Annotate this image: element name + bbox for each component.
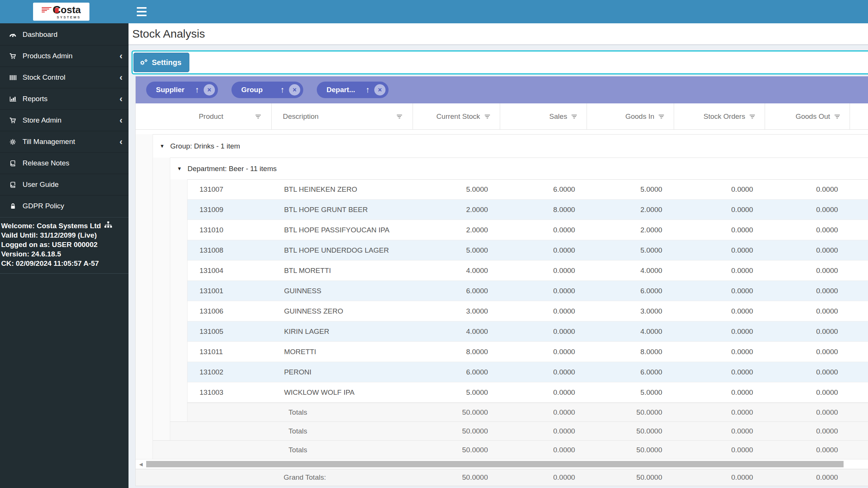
- value-cell: 5.0000: [587, 240, 674, 260]
- table-row[interactable]: 131006GUINNESS ZERO3.00000.00003.00000.0…: [188, 301, 868, 321]
- grand-totals-label: Grand Totals:: [272, 469, 413, 486]
- welcome-line-2: Vaild Until: 31/12/2099 (Live): [1, 230, 127, 240]
- lock-icon: [8, 203, 18, 209]
- filter-icon[interactable]: [659, 115, 664, 118]
- extra-cell: [850, 261, 868, 280]
- value-cell: 5.0000: [413, 240, 500, 260]
- table-row[interactable]: 131004BTL MORETTI4.00000.00004.00000.000…: [188, 261, 868, 281]
- indent-stripe-2: [153, 134, 170, 459]
- cart-icon: [8, 117, 18, 124]
- extra-cell: [850, 180, 868, 199]
- product-cell: 131001: [188, 281, 272, 301]
- totals-value-cell: 50.0000: [587, 422, 674, 440]
- extra-cell: [850, 301, 868, 321]
- chip-label: Group: [241, 86, 271, 94]
- filter-icon[interactable]: [835, 115, 840, 118]
- value-cell: 0.0000: [674, 261, 765, 280]
- column-header-goods-in[interactable]: Goods In: [587, 103, 674, 129]
- settings-button-label: Settings: [152, 58, 181, 67]
- title-row: Stock Analysis: [129, 23, 868, 45]
- totals-label: Totals: [272, 422, 413, 440]
- table-row[interactable]: 131010BTL HOPE PASSIFYOUCAN IPA2.00000.0…: [188, 220, 868, 240]
- sidebar-item-label: Store Admin: [23, 116, 119, 124]
- sidebar-logo-strip: C osta SYSTEMS: [0, 0, 129, 23]
- logo-wordmark: osta: [61, 5, 81, 15]
- sidebar-item-products-admin[interactable]: Products Admin‹: [0, 45, 129, 67]
- sort-arrow-up-icon[interactable]: ↑: [195, 85, 199, 95]
- filter-icon[interactable]: [572, 115, 577, 118]
- sort-arrow-up-icon[interactable]: ↑: [280, 85, 284, 95]
- description-cell: BTL HOPE UNDERDOG LAGER: [272, 240, 413, 260]
- topbar: [129, 0, 868, 23]
- chip-close-icon[interactable]: ×: [204, 84, 215, 95]
- value-cell: 4.0000: [587, 261, 674, 280]
- collapse-arrow-icon[interactable]: ▼: [170, 166, 188, 171]
- totals-value-cell: 0.0000: [674, 422, 765, 440]
- sidebar-item-stock-control[interactable]: Stock Control‹: [0, 67, 129, 88]
- filter-icon[interactable]: [485, 115, 490, 118]
- description-cell: BTL HOPE GRUNT BEER: [272, 200, 413, 220]
- sidebar-item-till-management[interactable]: Till Management‹: [0, 131, 129, 153]
- product-cell: 131005: [188, 321, 272, 341]
- sort-arrow-up-icon[interactable]: ↑: [366, 85, 370, 95]
- column-header-current-stock[interactable]: Current Stock: [413, 103, 500, 129]
- scrollbar-thumb[interactable]: [146, 461, 844, 467]
- chart-icon: [8, 96, 18, 102]
- hamburger-icon[interactable]: [137, 7, 148, 16]
- grid-body: ▼ Group: Drinks - 1 item ▼ Department: B…: [136, 130, 868, 459]
- description-cell: KIRIN LAGER: [272, 321, 413, 341]
- groupby-chip-depart-[interactable]: Depart...↑×: [317, 82, 389, 98]
- value-cell: 4.0000: [413, 261, 500, 280]
- filter-icon[interactable]: [397, 115, 402, 118]
- groupby-chip-group[interactable]: Group↑×: [231, 82, 303, 98]
- totals-value-cell: 0.0000: [674, 403, 765, 421]
- sidebar-item-release-notes[interactable]: Release Notes: [0, 153, 129, 174]
- column-header-goods-out[interactable]: Goods Out: [765, 103, 850, 129]
- sidebar-item-store-admin[interactable]: Store Admin‹: [0, 110, 129, 131]
- group-row-drinks[interactable]: ▼ Group: Drinks - 1 item: [153, 134, 868, 158]
- logo-top: C osta: [42, 4, 81, 15]
- scroll-left-arrow-icon[interactable]: ◀: [136, 462, 146, 467]
- column-header-stock-orders[interactable]: Stock Orders: [674, 103, 765, 129]
- value-cell: 0.0000: [674, 200, 765, 220]
- column-header-product[interactable]: Product: [188, 103, 272, 129]
- table-row[interactable]: 131007BTL HEINEKEN ZERO5.00006.00005.000…: [188, 179, 868, 200]
- groupby-chip-supplier[interactable]: Supplier↑×: [146, 82, 218, 98]
- costa-systems-logo[interactable]: C osta SYSTEMS: [33, 3, 89, 21]
- totals-value-cell: 50.0000: [413, 403, 500, 421]
- column-header-sales[interactable]: Sales: [500, 103, 587, 129]
- horizontal-scrollbar[interactable]: ◀: [136, 459, 868, 469]
- settings-button[interactable]: Settings: [133, 53, 189, 72]
- product-cell: 131006: [188, 301, 272, 321]
- filter-icon[interactable]: [256, 115, 261, 118]
- table-row[interactable]: 131008BTL HOPE UNDERDOG LAGER5.00000.000…: [188, 240, 868, 261]
- chip-close-icon[interactable]: ×: [289, 84, 300, 95]
- table-row[interactable]: 131011MORETTI8.00000.00008.00000.00000.0…: [188, 342, 868, 362]
- description-cell: WICKLOW WOLF IPA: [272, 382, 413, 402]
- table-row[interactable]: 131003WICKLOW WOLF IPA5.00000.00005.0000…: [188, 382, 868, 403]
- description-cell: BTL HEINEKEN ZERO: [272, 180, 413, 199]
- sidebar-item-reports[interactable]: Reports‹: [0, 88, 129, 110]
- extra-cell: [850, 281, 868, 301]
- table-row[interactable]: 131005KIRIN LAGER4.00000.00004.00000.000…: [188, 321, 868, 342]
- sidebar-item-label: Products Admin: [23, 52, 119, 60]
- totals-label: Totals: [272, 403, 413, 421]
- table-row[interactable]: 131001GUINNESS6.00000.00006.00000.00000.…: [188, 281, 868, 301]
- sidebar-item-gdpr-policy[interactable]: GDPR Policy: [0, 196, 129, 217]
- chip-close-icon[interactable]: ×: [374, 84, 386, 95]
- grand-totals-value-cell: 0.0000: [674, 469, 765, 486]
- group-row-department-beer[interactable]: ▼ Department: Beer - 11 items: [170, 158, 868, 179]
- table-row[interactable]: 131002PERONI6.00000.00006.00000.00000.00…: [188, 362, 868, 382]
- value-cell: 5.0000: [413, 180, 500, 199]
- sidebar-item-dashboard[interactable]: Dashboard: [0, 24, 129, 45]
- filter-icon[interactable]: [750, 115, 755, 118]
- sidebar-item-user-guide[interactable]: User Guide: [0, 174, 129, 196]
- column-header-description[interactable]: Description: [272, 103, 413, 129]
- table-row[interactable]: 131009BTL HOPE GRUNT BEER2.00008.00002.0…: [188, 200, 868, 220]
- grand-totals-value-cell: 0.0000: [500, 469, 587, 486]
- sitemap-icon: [101, 221, 112, 230]
- totals-value-cell: 0.0000: [500, 422, 587, 440]
- value-cell: 3.0000: [413, 301, 500, 321]
- collapse-arrow-icon[interactable]: ▼: [153, 143, 170, 149]
- product-cell: 131007: [188, 180, 272, 199]
